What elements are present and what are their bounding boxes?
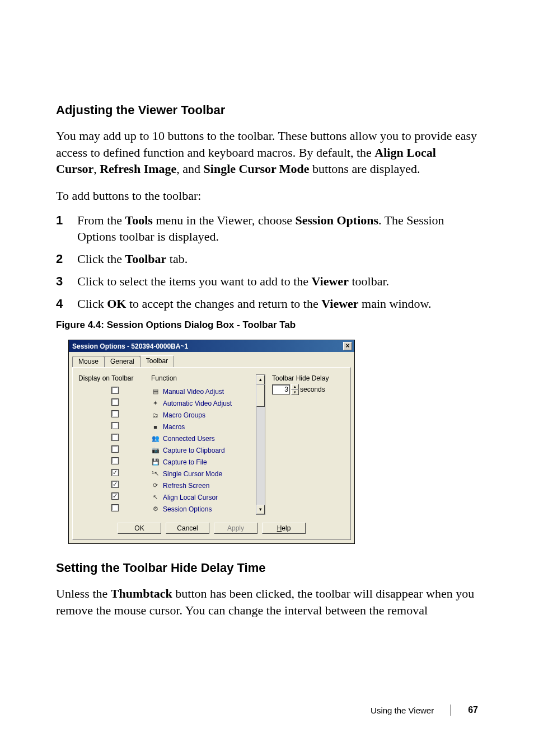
step-text-frag: Click: [77, 297, 107, 311]
delay-value-input[interactable]: 3: [272, 384, 290, 395]
tab-mouse[interactable]: Mouse: [72, 356, 105, 367]
step-text-frag: main window.: [359, 297, 432, 311]
bold-ok: OK: [107, 297, 126, 311]
step-text: Click the Toolbar tab.: [77, 251, 478, 267]
cancel-button[interactable]: Cancel: [166, 523, 209, 534]
tab-content-toolbar: Display on Toolbar ✓✓✓ Function ▤Manual …: [72, 367, 351, 540]
display-on-toolbar-checkbox[interactable]: ✓: [111, 481, 119, 488]
step-1: 1 From the Tools menu in the Viewer, cho…: [56, 212, 478, 245]
bold-toolbar: Toolbar: [125, 252, 167, 266]
function-list-item[interactable]: ¹↖Single Cursor Mode: [151, 468, 254, 480]
function-list-item[interactable]: 💾Capture to File: [151, 456, 254, 468]
function-label: Refresh Screen: [163, 482, 209, 490]
function-list-item[interactable]: ⚙Session Options: [151, 503, 254, 515]
function-list-item[interactable]: ✶Automatic Video Adjust: [151, 397, 254, 409]
display-on-toolbar-checkbox[interactable]: [111, 434, 119, 441]
toolbar-hide-delay-label: Toolbar Hide Delay: [272, 374, 345, 382]
scroll-up-button[interactable]: ▴: [256, 375, 265, 384]
cursor1-icon: ¹↖: [151, 469, 160, 478]
step-text-frag: menu in the Viewer, choose: [153, 213, 296, 227]
steps-list: 1 From the Tools menu in the Viewer, cho…: [56, 212, 478, 312]
session-options-dialog: Session Options - 520394-0000BA~1 × Mous…: [68, 340, 355, 544]
users-icon: 👥: [151, 434, 160, 443]
step-3: 3 Click to select the items you want to …: [56, 273, 478, 290]
bold-session-options: Session Options: [296, 213, 379, 227]
display-on-toolbar-checkbox[interactable]: [111, 504, 119, 511]
section-heading-hide-delay: Setting the Toolbar Hide Delay Time: [56, 561, 478, 575]
dialog-titlebar[interactable]: Session Options - 520394-0000BA~1 ×: [69, 340, 354, 352]
scrollbar[interactable]: ▴ ▾: [256, 374, 265, 515]
bold-tools: Tools: [125, 213, 153, 227]
dialog-title: Session Options - 520394-0000BA~1: [72, 342, 188, 350]
function-list-item[interactable]: 👥Connected Users: [151, 433, 254, 444]
intro-text-tail: buttons are displayed.: [310, 162, 420, 176]
bold-thumbtack: Thumbtack: [111, 586, 172, 600]
intro-text-sep1: ,: [93, 162, 100, 176]
spinner-down-button[interactable]: ▾: [291, 389, 299, 395]
display-on-toolbar-checkbox[interactable]: [111, 398, 119, 406]
display-on-toolbar-checkbox[interactable]: [111, 387, 119, 394]
display-on-toolbar-checkbox[interactable]: [111, 445, 119, 453]
apply-button[interactable]: Apply: [214, 523, 257, 534]
step-text-frag: Click to select the items you want to ad…: [77, 274, 312, 288]
document-page: Adjusting the Viewer Toolbar You may add…: [0, 0, 534, 756]
bold-single-cursor-mode: Single Cursor Mode: [204, 162, 310, 176]
step-text: Click to select the items you want to ad…: [77, 273, 478, 290]
bold-refresh-image: Refresh Image: [100, 162, 176, 176]
tab-toolbar[interactable]: Toolbar: [140, 355, 174, 367]
function-list-item[interactable]: ■Macros: [151, 421, 254, 433]
square-icon: ■: [151, 422, 160, 431]
display-on-toolbar-checkbox[interactable]: [111, 410, 119, 417]
folders-icon: 🗂: [151, 411, 160, 419]
display-on-toolbar-checkbox[interactable]: [111, 422, 119, 429]
function-label: Single Cursor Mode: [163, 470, 222, 478]
hide-delay-paragraph: Unless the Thumbtack button has been cli…: [56, 585, 478, 618]
bold-viewer: Viewer: [321, 297, 358, 311]
intro-paragraph: You may add up to 10 buttons to the tool…: [56, 128, 478, 177]
step-number: 2: [56, 251, 77, 267]
footer-section: Using the Viewer: [371, 706, 434, 715]
camera-icon: 📷: [151, 446, 160, 454]
function-list-item[interactable]: 🗂Macro Groups: [151, 409, 254, 421]
scroll-down-button[interactable]: ▾: [256, 505, 265, 514]
spinner-up-button[interactable]: ▴: [291, 384, 299, 389]
function-list-item[interactable]: ⟳Refresh Screen: [151, 480, 254, 491]
tab-general[interactable]: General: [104, 356, 140, 367]
footer-separator: [451, 705, 451, 716]
function-label: Align Local Cursor: [163, 494, 218, 501]
step-2: 2 Click the Toolbar tab.: [56, 251, 478, 267]
footer-page-number: 67: [468, 705, 478, 715]
close-button[interactable]: ×: [343, 342, 352, 350]
figure-caption: Figure 4.4: Session Options Dialog Box -…: [56, 320, 478, 331]
column-header-function: Function: [151, 374, 254, 383]
delay-unit-label: seconds: [300, 386, 325, 393]
step-text-frag: tab.: [166, 252, 188, 266]
column-header-display: Display on Toolbar: [78, 374, 151, 383]
function-label: Macro Groups: [163, 411, 205, 419]
display-on-toolbar-checkbox[interactable]: ✓: [111, 492, 119, 500]
help-button[interactable]: Help: [262, 523, 306, 534]
step-text-frag: toolbar.: [349, 274, 389, 288]
function-label: Capture to File: [163, 458, 207, 466]
toolbar-hide-delay-spinner[interactable]: 3 ▴ ▾ seconds: [272, 384, 345, 395]
function-label: Session Options: [163, 505, 212, 513]
cursor-icon: ↖: [151, 493, 160, 501]
step-text: From the Tools menu in the Viewer, choos…: [77, 212, 478, 245]
sliders-icon: ▤: [151, 387, 160, 396]
ok-button[interactable]: OK: [118, 523, 161, 534]
function-list-item[interactable]: 📷Capture to Clipboard: [151, 444, 254, 456]
display-on-toolbar-checkbox[interactable]: ✓: [111, 469, 119, 476]
function-list-item[interactable]: ▤Manual Video Adjust: [151, 386, 254, 397]
function-label: Macros: [163, 423, 185, 431]
para-frag: Unless the: [56, 586, 111, 600]
function-label: Automatic Video Adjust: [163, 400, 232, 407]
function-label: Manual Video Adjust: [163, 388, 224, 396]
display-on-toolbar-checkbox[interactable]: [111, 457, 119, 464]
function-list-item[interactable]: ↖Align Local Cursor: [151, 491, 254, 503]
step-text: Click OK to accept the changes and retur…: [77, 295, 478, 312]
lead-sentence: To add buttons to the toolbar:: [56, 187, 478, 204]
scroll-thumb[interactable]: [256, 384, 265, 407]
section-heading-adjusting: Adjusting the Viewer Toolbar: [56, 103, 478, 118]
intro-text-sep2: , and: [176, 162, 203, 176]
refresh-icon: ⟳: [151, 481, 160, 490]
